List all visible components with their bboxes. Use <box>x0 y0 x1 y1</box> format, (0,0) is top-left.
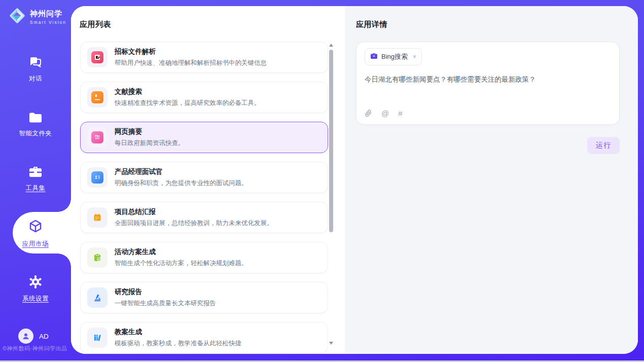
app-detail-panel: 应用详情 Bing搜索 × 今日湖北有哪些新闻要点？有哪些需要关注的最新政策？ <box>345 6 638 354</box>
sidebar-item-label: 对话 <box>0 75 71 83</box>
app-title: 网页摘要 <box>115 127 185 136</box>
sidebar-item-chat[interactable]: 对话 <box>0 56 71 83</box>
run-row: 运行 <box>356 137 620 154</box>
app-icon-tile <box>87 87 108 107</box>
app-desc: 模板驱动，教案秒成，教学准备从此轻松快捷 <box>115 339 241 348</box>
main-content: 应用列表 招标文件解析 帮助用户快速、准确地理解和解析招标书中的关键信息 <box>71 6 638 354</box>
list-item[interactable]: 文献搜索 快速精准查找学术资源，提高研究效率的必备工具。 <box>80 82 328 113</box>
close-icon[interactable]: × <box>413 54 416 60</box>
brand-name: 神州问学 <box>30 9 62 18</box>
app-icon-tile <box>87 207 108 228</box>
resume-icon <box>91 171 103 184</box>
avatar <box>18 329 33 344</box>
sidebar: 神州问学 Smart Vision 对话 智能文件夹 <box>0 0 71 360</box>
query-text[interactable]: 今日湖北有哪些新闻要点？有哪些需要关注的最新政策？ <box>365 75 611 85</box>
scrollbar-down-button[interactable] <box>329 342 333 345</box>
app-title: 产品经理面试官 <box>115 167 248 176</box>
sidebar-item-label: 应用市场 <box>0 240 71 248</box>
notepad-icon <box>91 211 103 224</box>
sidebar-item-app-market[interactable]: 应用市场 <box>0 219 71 248</box>
app-title: 文献搜索 <box>115 87 261 96</box>
list-item[interactable]: 项目总结汇报 全面回顾项目进展，总结经验教训，助力未来优化发展。 <box>80 202 328 233</box>
attachment-toolbar: @ # <box>365 109 403 118</box>
webpage-code-icon <box>91 131 103 143</box>
cube-icon <box>28 227 43 236</box>
app-detail-title: 应用详情 <box>356 20 387 29</box>
app-window: 神州问学 Smart Vision 对话 智能文件夹 <box>0 0 644 360</box>
diamond-logo-icon <box>8 7 26 27</box>
app-desc: 快速精准查找学术资源，提高研究效率的必备工具。 <box>115 99 261 107</box>
book-icon <box>91 91 103 103</box>
sidebar-item-settings[interactable]: 系统设置 <box>0 275 71 303</box>
app-title: 研究报告 <box>115 287 216 297</box>
scrollbar[interactable] <box>329 43 334 346</box>
gear-icon <box>28 282 43 291</box>
tool-tag-label: Bing搜索 <box>381 52 408 61</box>
sidebar-item-label: 工具集 <box>0 184 71 193</box>
paperclip-icon[interactable] <box>365 110 372 118</box>
briefcase-icon <box>28 171 43 180</box>
app-title: 招标文件解析 <box>115 47 267 56</box>
mention-icon[interactable]: @ <box>381 109 389 118</box>
app-list: 招标文件解析 帮助用户快速、准确地理解和解析招标书中的关键信息 文献搜索 快速精… <box>80 42 328 354</box>
edit-doc-icon <box>91 51 103 63</box>
app-title: 项目总结汇报 <box>115 207 273 216</box>
books-icon <box>91 332 103 344</box>
app-icon-tile <box>87 167 108 188</box>
app-title: 教案生成 <box>115 328 241 337</box>
prompt-card: Bing搜索 × 今日湖北有哪些新闻要点？有哪些需要关注的最新政策？ @ # <box>356 42 620 125</box>
sidebar-item-label: 智能文件夹 <box>0 129 71 138</box>
sidebar-item-toolset[interactable]: 工具集 <box>0 166 71 193</box>
copyright-footer: ©神州数码·神州问学出品 <box>3 345 67 352</box>
app-title: 活动方案生成 <box>115 247 248 257</box>
brand-logo: 神州问学 Smart Vision <box>8 7 66 27</box>
run-button[interactable]: 运行 <box>587 137 620 154</box>
app-icon-tile <box>87 328 108 348</box>
list-item[interactable]: 招标文件解析 帮助用户快速、准确地理解和解析招标书中的关键信息 <box>80 42 328 73</box>
app-desc: 帮助用户快速、准确地理解和解析招标书中的关键信息 <box>115 59 267 67</box>
user-account[interactable]: AD <box>18 329 49 344</box>
user-initials: AD <box>39 333 49 340</box>
list-item[interactable]: 产品经理面试官 明确身份和职责，为您提供专业性的面试问题。 <box>80 162 328 193</box>
sidebar-item-smart-folder[interactable]: 智能文件夹 <box>0 112 71 138</box>
app-desc: 智能生成个性化活动方案，轻松解决规划难题。 <box>115 259 248 268</box>
sidebar-item-label: 系统设置 <box>0 295 71 303</box>
microscope-icon <box>91 292 103 304</box>
briefcase-icon <box>370 52 378 61</box>
app-list-title: 应用列表 <box>80 20 111 29</box>
list-item-selected[interactable]: 网页摘要 每日政府新闻资讯快查。 <box>80 122 328 153</box>
app-desc: 全面回顾项目进展，总结经验教训，助力未来优化发展。 <box>115 219 273 228</box>
clipboard-check-icon <box>91 251 103 264</box>
app-list-panel: 应用列表 招标文件解析 帮助用户快速、准确地理解和解析招标书中的关键信息 <box>71 6 345 354</box>
app-icon-tile <box>87 287 108 308</box>
app-desc: 一键智能生成高质量长文本研究报告 <box>115 299 216 308</box>
tool-tag-bing-search[interactable]: Bing搜索 × <box>365 48 422 65</box>
list-item[interactable]: 研究报告 一键智能生成高质量长文本研究报告 <box>80 282 328 313</box>
folder-icon <box>28 117 43 125</box>
app-icon-tile <box>87 47 108 67</box>
app-icon-tile <box>87 247 108 268</box>
app-desc: 每日政府新闻资讯快查。 <box>115 139 185 148</box>
list-item[interactable]: 活动方案生成 智能生成个性化活动方案，轻松解决规划难题。 <box>80 242 328 273</box>
list-item[interactable]: 教案生成 模板驱动，教案秒成，教学准备从此轻松快捷 <box>80 322 328 353</box>
app-icon-tile <box>87 127 108 148</box>
scrollbar-up-button[interactable] <box>329 44 333 47</box>
chat-icon <box>28 62 43 70</box>
scrollbar-thumb[interactable] <box>329 50 333 232</box>
app-desc: 明确身份和职责，为您提供专业性的面试问题。 <box>115 179 248 188</box>
hash-icon[interactable]: # <box>398 109 402 118</box>
brand-subtitle: Smart Vision <box>30 20 66 25</box>
